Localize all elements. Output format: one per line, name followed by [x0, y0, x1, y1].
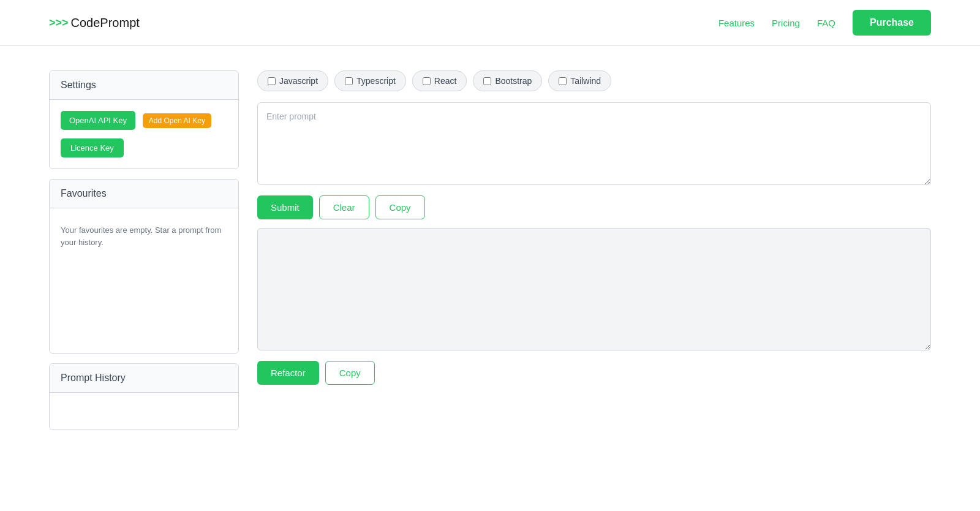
output-textarea[interactable]: [257, 228, 931, 350]
main-content: Settings OpenAI API Key Add Open AI Key …: [0, 46, 980, 464]
logo: >>> CodePrompt: [49, 16, 140, 30]
favourites-body: Your favourites are empty. Star a prompt…: [50, 208, 238, 353]
bottom-buttons: Refactor Copy: [257, 361, 931, 385]
settings-body: OpenAI API Key Add Open AI Key Licence K…: [50, 100, 238, 168]
add-key-button[interactable]: Add Open AI Key: [143, 113, 211, 128]
checkbox-bootstrap-input[interactable]: [483, 77, 491, 85]
checkbox-react[interactable]: React: [412, 70, 467, 91]
checkbox-typescript-label: Typescript: [356, 76, 396, 86]
logo-arrows: >>>: [49, 17, 69, 29]
prompt-history-header: Prompt History: [50, 364, 238, 393]
refactor-button[interactable]: Refactor: [257, 361, 319, 385]
favourites-empty-text: Your favourites are empty. Star a prompt…: [61, 219, 227, 342]
checkboxes-row: Javascript Typescript React Bootstrap Ta…: [257, 70, 931, 91]
purchase-button[interactable]: Purchase: [853, 10, 931, 36]
settings-section: Settings OpenAI API Key Add Open AI Key …: [49, 70, 239, 169]
checkbox-bootstrap[interactable]: Bootstrap: [473, 70, 542, 91]
checkbox-tailwind-input[interactable]: [559, 77, 567, 85]
checkbox-javascript-label: Javascript: [279, 76, 318, 86]
nav-pricing[interactable]: Pricing: [772, 18, 800, 28]
action-buttons: Submit Clear Copy: [257, 195, 931, 219]
favourites-header: Favourites: [50, 180, 238, 208]
checkbox-bootstrap-label: Bootstrap: [495, 76, 532, 86]
prompt-history-body: [50, 393, 238, 430]
nav-features[interactable]: Features: [718, 18, 755, 28]
openai-key-button[interactable]: OpenAI API Key: [61, 111, 135, 130]
copy-bottom-button[interactable]: Copy: [325, 361, 375, 385]
checkbox-typescript-input[interactable]: [345, 77, 353, 85]
licence-key-button[interactable]: Licence Key: [61, 138, 124, 157]
nav-faq[interactable]: FAQ: [817, 18, 835, 28]
checkbox-react-input[interactable]: [423, 77, 431, 85]
prompt-textarea[interactable]: [257, 102, 931, 185]
right-panel: Javascript Typescript React Bootstrap Ta…: [257, 70, 931, 440]
api-key-row: OpenAI API Key Add Open AI Key: [61, 111, 227, 130]
header: >>> CodePrompt Features Pricing FAQ Purc…: [0, 0, 980, 46]
settings-header: Settings: [50, 71, 238, 100]
checkbox-tailwind[interactable]: Tailwind: [548, 70, 611, 91]
checkbox-tailwind-label: Tailwind: [570, 76, 601, 86]
checkbox-javascript-input[interactable]: [268, 77, 276, 85]
sidebar: Settings OpenAI API Key Add Open AI Key …: [49, 70, 239, 440]
favourites-section: Favourites Your favourites are empty. St…: [49, 179, 239, 354]
prompt-history-section: Prompt History: [49, 363, 239, 430]
submit-button[interactable]: Submit: [257, 195, 313, 219]
checkbox-typescript[interactable]: Typescript: [334, 70, 406, 91]
clear-button[interactable]: Clear: [319, 195, 369, 219]
checkbox-react-label: React: [434, 76, 457, 86]
copy-button[interactable]: Copy: [375, 195, 425, 219]
nav: Features Pricing FAQ Purchase: [718, 10, 931, 36]
logo-name: CodePrompt: [71, 16, 140, 30]
checkbox-javascript[interactable]: Javascript: [257, 70, 328, 91]
